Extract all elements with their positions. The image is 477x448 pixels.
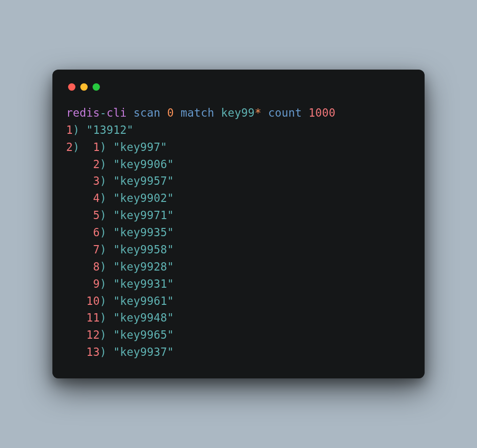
terminal-window: redis-cli scan 0 match key99* count 1000…	[52, 70, 425, 378]
minimize-icon[interactable]	[80, 83, 88, 91]
close-icon[interactable]	[68, 83, 75, 91]
window-titlebar	[66, 81, 411, 104]
terminal-output: redis-cli scan 0 match key99* count 1000…	[66, 104, 411, 361]
maximize-icon[interactable]	[93, 83, 100, 91]
